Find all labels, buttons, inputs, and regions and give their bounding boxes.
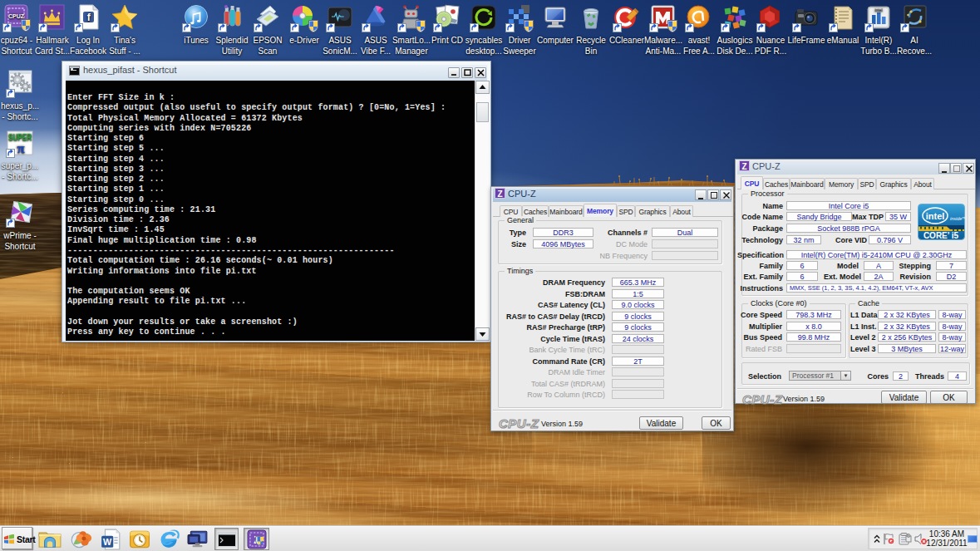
svg-text:CORE’ i5: CORE’ i5 (923, 231, 959, 240)
svg-text:π: π (17, 140, 25, 156)
svg-text:intel: intel (874, 7, 882, 12)
svg-text:CPUZ: CPUZ (8, 13, 25, 19)
svg-text:intel: intel (926, 211, 945, 221)
svg-text:W: W (103, 537, 112, 547)
svg-text:inside™: inside™ (950, 216, 965, 221)
